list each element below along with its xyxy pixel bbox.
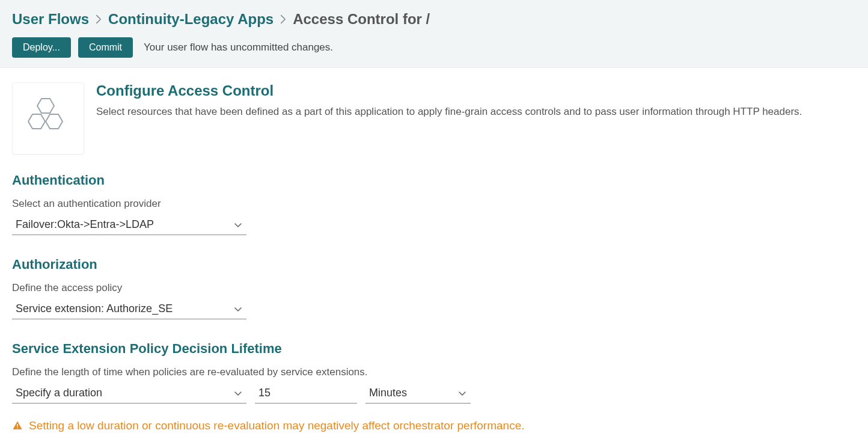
breadcrumb-continuity-legacy-apps[interactable]: Continuity-Legacy Apps <box>108 11 274 28</box>
chevron-right-icon <box>280 11 287 28</box>
page-title: Configure Access Control <box>96 82 802 99</box>
lifetime-label: Define the length of time when policies … <box>12 366 856 378</box>
svg-rect-3 <box>17 424 18 427</box>
authorization-label: Define the access policy <box>12 282 856 294</box>
intro-section: Configure Access Control Select resource… <box>12 82 856 155</box>
content-area: Configure Access Control Select resource… <box>0 68 868 442</box>
page-description: Select resources that have been defined … <box>96 104 802 120</box>
chevron-down-icon <box>459 388 466 398</box>
breadcrumb-user-flows[interactable]: User Flows <box>12 11 89 28</box>
duration-mode-value: Specify a duration <box>16 387 102 399</box>
hexagons-icon <box>25 96 72 141</box>
commit-button[interactable]: Commit <box>78 37 133 58</box>
warning-row: Setting a low duration or continuous re-… <box>12 419 856 432</box>
deploy-button[interactable]: Deploy... <box>12 37 71 58</box>
chevron-right-icon <box>95 11 102 28</box>
authorization-heading: Authorization <box>12 257 856 272</box>
svg-marker-1 <box>28 114 45 129</box>
svg-rect-4 <box>17 428 18 429</box>
authentication-label: Select an authentication provider <box>12 198 856 210</box>
authentication-heading: Authentication <box>12 173 856 188</box>
breadcrumb: User Flows Continuity-Legacy Apps Access… <box>12 11 856 28</box>
authentication-provider-value: Failover:Okta->Entra->LDAP <box>16 218 154 231</box>
svg-marker-2 <box>46 114 63 129</box>
lifetime-heading: Service Extension Policy Decision Lifeti… <box>12 341 856 357</box>
duration-mode-select[interactable]: Specify a duration <box>12 383 246 404</box>
warning-text: Setting a low duration or continuous re-… <box>29 419 525 432</box>
duration-amount-input[interactable] <box>255 383 357 404</box>
action-row: Deploy... Commit Your user flow has unco… <box>12 37 856 58</box>
duration-unit-select[interactable]: Minutes <box>365 383 471 404</box>
duration-unit-value: Minutes <box>369 387 407 399</box>
chevron-down-icon <box>234 304 242 314</box>
intro-text: Configure Access Control Select resource… <box>96 82 802 120</box>
access-policy-value: Service extension: Authorize_SE <box>16 302 173 315</box>
chevron-down-icon <box>234 388 242 398</box>
svg-marker-0 <box>37 99 54 113</box>
header-bar: User Flows Continuity-Legacy Apps Access… <box>0 0 868 68</box>
breadcrumb-current: Access Control for / <box>293 11 430 28</box>
chevron-down-icon <box>234 220 242 230</box>
status-text: Your user flow has uncommitted changes. <box>144 41 333 54</box>
duration-row: Specify a duration Minutes <box>12 383 856 419</box>
warning-icon <box>12 420 23 431</box>
access-policy-select[interactable]: Service extension: Authorize_SE <box>12 299 246 319</box>
authentication-provider-select[interactable]: Failover:Okta->Entra->LDAP <box>12 215 246 235</box>
intro-icon-box <box>12 82 84 155</box>
